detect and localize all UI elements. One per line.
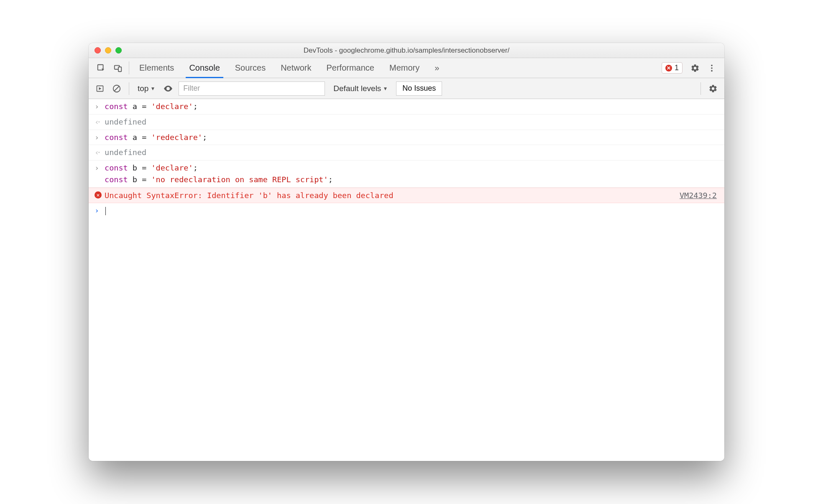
console-prompt-input[interactable]	[105, 205, 718, 216]
tab-sources[interactable]: Sources	[228, 58, 273, 78]
issues-label: No Issues	[402, 84, 436, 93]
sidebar-icon	[96, 84, 104, 93]
tab-label: Memory	[389, 63, 419, 73]
panel-tabs: ElementsConsoleSourcesNetworkPerformance…	[132, 58, 427, 78]
clear-console-button[interactable]	[110, 82, 123, 95]
svg-point-5	[711, 70, 713, 71]
gear-icon	[708, 84, 718, 93]
tab-label: Console	[189, 63, 220, 73]
input-marker-icon: ›	[95, 162, 105, 174]
devtools-window: DevTools - googlechrome.github.io/sample…	[89, 43, 724, 461]
console-input-code: const b = 'declare'; const b = 'no redec…	[105, 162, 718, 186]
tab-label: Network	[281, 63, 311, 73]
pointer-icon	[97, 64, 106, 73]
input-marker-icon: ›	[95, 132, 105, 143]
toggle-sidebar-button[interactable]	[94, 82, 106, 95]
console-input-row: ›const a = 'declare';	[89, 99, 724, 115]
console-output-row: ‹·undefined	[89, 145, 724, 160]
issues-button[interactable]: No Issues	[396, 81, 442, 96]
window-title: DevTools - googlechrome.github.io/sample…	[89, 46, 724, 55]
tab-label: Elements	[139, 63, 174, 73]
ban-icon	[112, 84, 121, 93]
console-prompt-row: ›	[89, 203, 724, 218]
console-output-value: undefined	[105, 147, 718, 158]
chevron-down-icon: ▼	[383, 86, 388, 92]
console-input-code: const a = 'declare';	[105, 101, 718, 112]
console-output[interactable]: ›const a = 'declare';‹·undefined›const a…	[89, 99, 724, 461]
console-input-row: ›const a = 'redeclare';	[89, 130, 724, 145]
gear-icon	[690, 64, 700, 73]
log-levels-label: Default levels	[333, 84, 381, 93]
settings-button[interactable]	[687, 58, 703, 78]
console-output-row: ‹·undefined	[89, 115, 724, 130]
error-count: 1	[675, 64, 679, 72]
window-controls	[95, 47, 122, 53]
error-icon: ✕	[665, 65, 672, 71]
main-tabbar: ElementsConsoleSourcesNetworkPerformance…	[89, 58, 724, 78]
text-cursor	[105, 207, 106, 215]
input-marker-icon: ›	[95, 101, 105, 112]
device-toolbar-icon[interactable]	[110, 58, 126, 78]
error-icon: ✕	[95, 191, 102, 199]
divider	[129, 82, 129, 95]
devices-icon	[113, 64, 123, 73]
console-error-row: ✕Uncaught SyntaxError: Identifier 'b' ha…	[89, 188, 724, 204]
kebab-menu-icon	[707, 64, 716, 73]
svg-point-3	[711, 64, 713, 66]
console-input-code: const a = 'redeclare';	[105, 132, 718, 143]
divider	[129, 61, 129, 74]
output-marker-icon: ‹·	[95, 116, 105, 128]
console-output-value: undefined	[105, 116, 718, 128]
context-selector[interactable]: top ▼	[135, 84, 158, 93]
more-options-button[interactable]	[703, 58, 720, 78]
error-source-link[interactable]: VM2439:2	[680, 190, 718, 201]
tab-network[interactable]: Network	[273, 58, 319, 78]
error-count-badge[interactable]: ✕ 1	[662, 62, 683, 74]
tab-performance[interactable]: Performance	[319, 58, 382, 78]
filter-input[interactable]	[179, 81, 325, 96]
minimize-window-button[interactable]	[105, 47, 111, 53]
context-label: top	[138, 84, 148, 93]
svg-line-8	[115, 86, 119, 91]
svg-rect-2	[118, 67, 121, 71]
inspect-element-icon[interactable]	[93, 58, 110, 78]
output-marker-icon: ‹·	[95, 147, 105, 158]
console-error-message: Uncaught SyntaxError: Identifier 'b' has…	[105, 190, 680, 201]
log-levels-selector[interactable]: Default levels ▼	[329, 84, 392, 93]
live-expression-button[interactable]	[162, 82, 174, 95]
tab-label: Performance	[327, 63, 375, 73]
console-settings-button[interactable]	[707, 82, 719, 95]
more-tabs-button[interactable]: »	[427, 58, 447, 78]
tab-memory[interactable]: Memory	[382, 58, 427, 78]
tab-label: Sources	[235, 63, 266, 73]
svg-point-4	[711, 67, 713, 69]
titlebar: DevTools - googlechrome.github.io/sample…	[89, 43, 724, 58]
eye-icon	[163, 84, 173, 94]
tab-elements[interactable]: Elements	[132, 58, 182, 78]
close-window-button[interactable]	[95, 47, 101, 53]
console-input-row: ›const b = 'declare'; const b = 'no rede…	[89, 160, 724, 188]
divider	[701, 82, 701, 95]
spacer	[447, 58, 662, 78]
chevron-down-icon: ▼	[150, 86, 155, 92]
prompt-marker-icon: ›	[95, 205, 105, 216]
chevron-right-double-icon: »	[435, 63, 439, 73]
maximize-window-button[interactable]	[115, 47, 122, 53]
tab-console[interactable]: Console	[182, 58, 227, 78]
svg-point-9	[167, 88, 169, 89]
console-toolbar: top ▼ Default levels ▼ No Issues	[89, 78, 724, 99]
